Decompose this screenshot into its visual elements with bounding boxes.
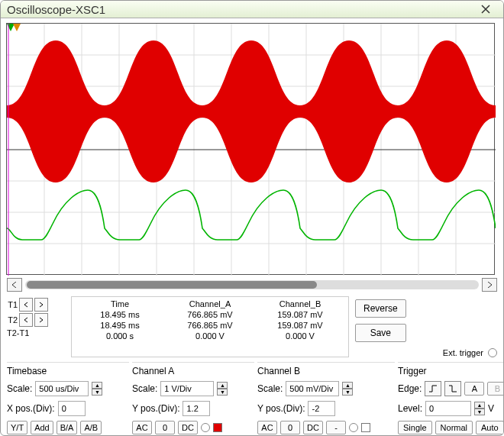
chevron-left-icon	[11, 282, 18, 288]
channel-b-title: Channel B	[257, 366, 395, 376]
close-icon	[480, 4, 491, 15]
edge-falling-button[interactable]	[444, 381, 461, 396]
titlebar: Oscilloscope-XSC1	[1, 1, 503, 18]
oscilloscope-window: Oscilloscope-XSC1	[0, 0, 504, 436]
timebase-scale-spinner[interactable]: ▲▼	[92, 382, 102, 396]
yt-button[interactable]: Y/T	[7, 421, 27, 434]
plot-area	[1, 18, 503, 275]
cursor-markers[interactable]	[7, 24, 25, 34]
edge-falling-icon	[448, 384, 457, 393]
arrow-right-icon	[38, 317, 44, 323]
channel-b-panel: Channel B Scale: 500 mV/Div ▲▼ Y pos.(Di…	[257, 362, 395, 436]
svg-marker-20	[13, 24, 21, 31]
timebase-xpos-input[interactable]: 0	[58, 401, 86, 416]
cursor-readout: Time Channel_A Channel_B 18.495 ms 766.8…	[71, 296, 349, 357]
chb-zero-button[interactable]: 0	[280, 421, 300, 434]
col-time: Time	[75, 299, 165, 309]
cha-radio[interactable]	[201, 423, 210, 432]
cha-ypos-input[interactable]: 1.2	[183, 401, 210, 416]
arrow-right-icon	[38, 302, 44, 308]
trigger-panel: Trigger Edge: A B Ext Level: 0 ▲▼ V Sing…	[398, 362, 504, 436]
arrow-left-icon	[23, 317, 29, 323]
timebase-xpos-label: X pos.(Div):	[7, 403, 55, 414]
t1-right-button[interactable]	[34, 298, 48, 312]
trigger-title: Trigger	[398, 366, 504, 376]
cha-dc-button[interactable]: DC	[178, 421, 198, 434]
cha-ac-button[interactable]: AC	[132, 421, 152, 434]
scroll-left-button[interactable]	[7, 278, 22, 292]
scroll-track[interactable]	[25, 280, 479, 289]
ext-trigger-label: Ext. trigger	[443, 348, 483, 357]
trigger-level-label: Level:	[398, 403, 422, 414]
scope-screen[interactable]	[6, 23, 495, 275]
timebase-scale-input[interactable]: 500 us/Div	[35, 381, 89, 396]
chevron-right-icon	[486, 282, 493, 288]
chb-ypos-input[interactable]: -2	[308, 401, 335, 416]
horizontal-scrollbar[interactable]	[1, 275, 503, 296]
trigger-level-unit: V	[488, 403, 494, 414]
ab-button[interactable]: A/B	[80, 421, 102, 434]
save-button[interactable]: Save	[355, 324, 406, 342]
chb-ac-button[interactable]: AC	[257, 421, 277, 434]
ext-trigger-radio[interactable]	[488, 348, 497, 357]
trigger-b-button[interactable]: B	[487, 382, 504, 396]
window-title: Oscilloscope-XSC1	[7, 3, 474, 16]
reverse-button[interactable]: Reverse	[355, 299, 406, 318]
close-button[interactable]	[474, 1, 497, 18]
cursor-controls: T1 T2 T2-T1	[7, 296, 68, 357]
t2t1-label: T2-T1	[7, 328, 68, 337]
add-button[interactable]: Add	[31, 421, 53, 434]
t1-left-button[interactable]	[19, 298, 33, 312]
chb-dc-button[interactable]: DC	[303, 421, 323, 434]
scroll-thumb[interactable]	[27, 281, 317, 289]
readout-row: 18.495 ms 766.865 mV 159.087 mV	[75, 320, 345, 331]
arrow-left-icon	[23, 302, 29, 308]
edge-rising-button[interactable]	[425, 381, 441, 396]
timebase-panel: Timebase Scale: 500 us/Div ▲▼ X pos.(Div…	[7, 362, 129, 436]
chb-radio[interactable]	[349, 423, 358, 432]
cha-scale-label: Scale:	[132, 383, 157, 394]
col-cha: Channel_A	[165, 299, 255, 309]
col-chb: Channel_B	[255, 299, 345, 309]
cha-scale-spinner[interactable]: ▲▼	[217, 382, 228, 396]
chb-ypos-label: Y pos.(Div):	[257, 403, 305, 414]
trace-channel-b	[7, 24, 496, 276]
channel-a-title: Channel A	[132, 366, 254, 376]
trigger-normal-button[interactable]: Normal	[435, 421, 473, 434]
timebase-scale-label: Scale:	[7, 383, 32, 394]
chb-color-swatch[interactable]	[361, 423, 370, 432]
t2-label: T2	[7, 315, 18, 325]
chb-scale-input[interactable]: 500 mV/Div	[286, 381, 339, 396]
trigger-auto-button[interactable]: Auto	[476, 421, 504, 434]
svg-marker-19	[7, 24, 15, 31]
trigger-a-button[interactable]: A	[464, 382, 484, 396]
scroll-right-button[interactable]	[482, 278, 497, 292]
cha-zero-button[interactable]: 0	[155, 421, 175, 434]
edge-rising-icon	[428, 384, 438, 393]
readout-row: 0.000 s 0.000 V 0.000 V	[75, 331, 345, 341]
trigger-edge-label: Edge:	[398, 383, 422, 394]
readout-row: 18.495 ms 766.865 mV 159.087 mV	[75, 309, 345, 320]
chb-scale-spinner[interactable]: ▲▼	[342, 382, 353, 396]
cha-ypos-label: Y pos.(Div):	[132, 403, 179, 414]
chb-minus-button[interactable]: -	[326, 421, 346, 434]
trigger-single-button[interactable]: Single	[398, 421, 432, 434]
t2-left-button[interactable]	[19, 313, 33, 327]
timebase-title: Timebase	[7, 366, 129, 376]
channel-a-panel: Channel A Scale: 1 V/Div ▲▼ Y pos.(Div):…	[132, 362, 254, 436]
trigger-level-spinner[interactable]: ▲▼	[474, 402, 485, 415]
t2-right-button[interactable]	[34, 313, 48, 327]
chb-scale-label: Scale:	[257, 383, 283, 394]
cha-color-swatch[interactable]	[213, 423, 222, 432]
ba-button[interactable]: B/A	[57, 421, 78, 434]
trigger-level-input[interactable]: 0	[425, 401, 471, 416]
cha-scale-input[interactable]: 1 V/Div	[160, 381, 214, 396]
t1-label: T1	[7, 300, 18, 309]
